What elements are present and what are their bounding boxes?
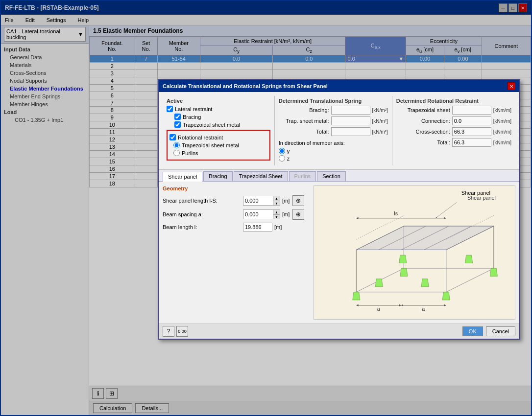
total-spring-row: Total: [kN/m²]	[279, 127, 388, 136]
svg-marker-22	[490, 268, 497, 276]
svg-marker-23	[400, 268, 408, 276]
modal-close-button[interactable]: ✕	[508, 82, 515, 90]
direction-label: In direction of member axis:	[279, 140, 345, 146]
total-spring-input[interactable]	[331, 127, 370, 136]
shear-length-down[interactable]: ▼	[273, 201, 280, 205]
trap-sheet-radio-row: Trapezoidal sheet metal	[173, 142, 267, 148]
lateral-restraint-checkbox[interactable]	[167, 106, 173, 112]
total-rot-row: Total: [kNm/m]	[396, 138, 511, 147]
modal-help-button[interactable]: ?	[163, 326, 174, 337]
rotational-restraint-checkbox[interactable]	[169, 134, 176, 140]
trap-sheet-row: Trapezoidal sheet metal	[174, 121, 270, 128]
purlins-radio-row: Purlins	[173, 150, 267, 156]
beam-length-row: Beam length l: [m]	[163, 223, 310, 231]
connection-rot-input[interactable]	[452, 116, 491, 125]
bracing-spring-row: Bracing: [kN/m²]	[279, 106, 388, 115]
shear-panel-modal: Calculate Translational and Rotational S…	[158, 79, 520, 340]
svg-marker-24	[375, 279, 383, 287]
trap-spring-input[interactable]	[331, 116, 370, 125]
shear-length-spinner[interactable]: ▲ ▼	[243, 196, 280, 206]
direction-z-label: z	[287, 156, 290, 162]
geometry-left: Geometry Shear panel length l-S: ▲ ▼ [m]	[163, 185, 310, 320]
trap-spring-label: Trap. sheet metal:	[279, 118, 329, 124]
tab-trapezoidal-sheet[interactable]: Trapezoidal Sheet	[234, 171, 288, 181]
cross-section-rot-unit: [kNm/m]	[493, 129, 511, 135]
main-window: RF-FE-LTB - [RSTAB-Example-05] ─ □ ✕ Fil…	[0, 0, 532, 416]
ok-button[interactable]: OK	[462, 326, 483, 336]
tab-bracing[interactable]: Bracing	[203, 171, 232, 181]
beam-spacing-pick[interactable]: ⊕	[292, 209, 304, 220]
total-spring-unit: [kN/m²]	[372, 129, 388, 135]
connection-rot-row: Connection: [kNm/m]	[396, 116, 511, 125]
svg-text:a: a	[377, 306, 380, 312]
modal-info-button[interactable]: 0.00	[176, 326, 188, 337]
shear-length-row: Shear panel length l-S: ▲ ▼ [m] ⊕	[163, 195, 310, 206]
trap-rot-unit: [kNm/m]	[493, 108, 511, 113]
trap-spring-row: Trap. sheet metal: [kN/m²]	[279, 116, 388, 125]
bracing-label: Bracing	[183, 114, 201, 120]
svg-text:a: a	[422, 306, 425, 312]
modal-footer: ? 0.00 OK Cancel	[159, 324, 519, 339]
active-section-title: Active	[167, 98, 270, 104]
trap-sheet-radio-label: Trapezoidal sheet metal	[182, 142, 239, 148]
beam-spacing-unit: [m]	[282, 211, 290, 217]
bracing-spring-input[interactable]	[331, 106, 370, 115]
purlins-radio[interactable]	[173, 150, 180, 156]
trap-sheet-checkbox[interactable]	[174, 121, 181, 128]
shear-panel-diagram: Shear panel	[314, 186, 515, 319]
beam-spacing-row: Beam spacing a: ▲ ▼ [m] ⊕	[163, 209, 310, 220]
svg-rect-0	[314, 186, 515, 319]
rotational-box: Rotational restraint Trapezoidal sheet m…	[167, 130, 270, 161]
shear-length-pick[interactable]: ⊕	[292, 195, 304, 206]
cross-section-rot-input[interactable]	[452, 127, 491, 136]
geometry-section: Geometry Shear panel length l-S: ▲ ▼ [m]	[159, 182, 519, 324]
trap-sheet-radio[interactable]	[173, 142, 180, 148]
lateral-restraint-row: Lateral restraint	[167, 106, 270, 112]
beam-spacing-down[interactable]: ▼	[273, 214, 280, 219]
total-rot-unit: [kNm/m]	[493, 140, 511, 145]
rotational-restraint-label: Rotational restraint	[178, 135, 223, 140]
trap-rot-input[interactable]	[452, 106, 491, 115]
shear-length-up[interactable]: ▲	[273, 196, 280, 201]
modal-overlay: Calculate Translational and Rotational S…	[1, 1, 531, 415]
trap-rot-label: Trapezoidal sheet	[396, 107, 450, 113]
svg-marker-27	[399, 255, 407, 263]
modal-title: Calculate Translational and Rotational S…	[163, 83, 328, 89]
purlins-radio-label: Purlins	[182, 150, 198, 156]
beam-spacing-up[interactable]: ▲	[273, 210, 280, 214]
lateral-restraint-label: Lateral restraint	[175, 106, 212, 112]
beam-spacing-spin-btns: ▲ ▼	[273, 210, 280, 219]
beam-spacing-spinner[interactable]: ▲ ▼	[243, 209, 280, 219]
tab-bar: Shear panel Bracing Trapezoidal Sheet Pu…	[159, 170, 519, 182]
bracing-row: Bracing	[174, 114, 270, 120]
translational-title: Determined Translational Spring	[279, 98, 388, 104]
connection-rot-label: Connection:	[396, 118, 450, 124]
direction-y-radio[interactable]	[279, 148, 285, 154]
modal-top-section: Active Lateral restraint Bracing Trapezo…	[159, 92, 519, 170]
bracing-spring-unit: [kN/m²]	[372, 108, 388, 113]
rotational-restraint-row: Rotational restraint	[169, 134, 267, 140]
translational-section: Determined Translational Spring Bracing:…	[274, 96, 392, 165]
tab-section[interactable]: Section	[317, 171, 346, 181]
beam-length-label: Beam length l:	[163, 224, 241, 230]
beam-spacing-input[interactable]	[243, 210, 273, 219]
rotational-section: Determined Rotational Restraint Trapezoi…	[392, 96, 515, 165]
modal-title-bar: Calculate Translational and Rotational S…	[159, 80, 519, 92]
cancel-button[interactable]: Cancel	[486, 326, 515, 336]
shear-length-input[interactable]	[243, 196, 273, 205]
connection-rot-unit: [kNm/m]	[493, 118, 511, 124]
total-rot-input[interactable]	[452, 138, 491, 147]
direction-z-radio[interactable]	[279, 155, 285, 162]
direction-radios: y z	[279, 148, 388, 162]
modal-footer-left: ? 0.00	[163, 326, 459, 337]
tab-shear-panel[interactable]: Shear panel	[163, 172, 202, 182]
trap-spring-unit: [kN/m²]	[372, 118, 388, 124]
svg-text:ls: ls	[394, 210, 398, 216]
geometry-title: Geometry	[163, 185, 310, 191]
svg-marker-20	[353, 292, 360, 300]
bracing-checkbox[interactable]	[174, 114, 181, 120]
shear-length-spin-btns: ▲ ▼	[273, 196, 280, 205]
beam-length-input[interactable]	[243, 223, 272, 231]
shear-length-label: Shear panel length l-S:	[163, 198, 241, 204]
total-spring-label: Total:	[279, 129, 329, 135]
